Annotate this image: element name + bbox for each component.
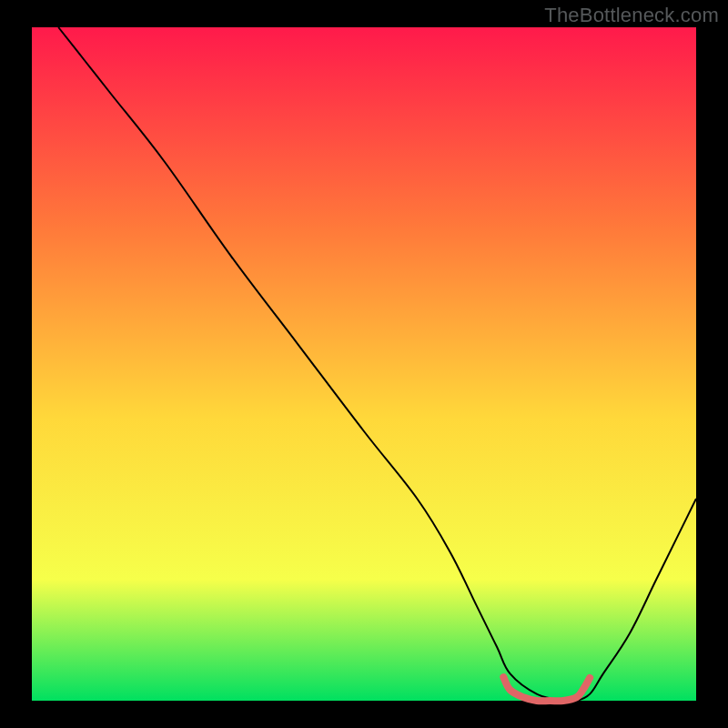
chart-stage: TheBottleneck.com [0,0,728,728]
plot-background [32,27,696,701]
bottleneck-chart [0,0,728,728]
watermark-text: TheBottleneck.com [544,4,719,27]
